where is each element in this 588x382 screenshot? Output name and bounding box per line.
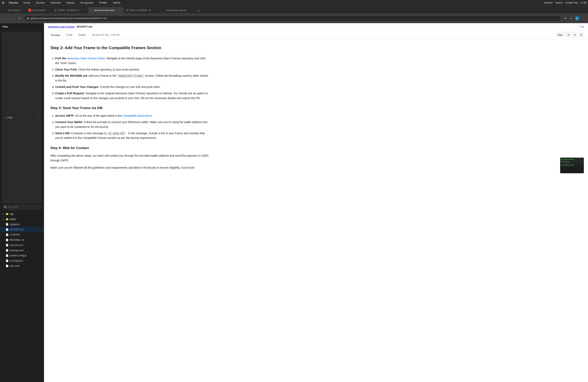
menu-duzenle[interactable]: Düzenle xyxy=(35,1,46,5)
search-input[interactable] xyxy=(8,206,40,209)
bookmark-icon[interactable]: ★ xyxy=(569,16,574,21)
menu-goruntule[interactable]: Görüntüle xyxy=(49,1,62,5)
file-icon-nextenv: 📄 xyxy=(6,244,9,247)
step2-item-3: Modify the README.md: Add your Frame to … xyxy=(55,74,210,83)
awesome-open-frames-repo-link[interactable]: Awesome-Open-Frames Repo xyxy=(67,57,105,60)
sidebar-item-gitignore[interactable]: 📄 .gitignore xyxy=(0,222,44,227)
compatible-applications-link[interactable]: Compatible Applications xyxy=(122,114,152,117)
menubar-right: Pencere Yardım 24 Mart Paz 17:58 xyxy=(544,1,587,4)
menu-gecmis[interactable]: Geçmiş xyxy=(65,1,76,5)
content-wrapper: Step 2: Add Your Frame to the Compatible… xyxy=(44,39,588,177)
menu-profiller[interactable]: Profiller xyxy=(98,1,109,5)
profile-icon[interactable]: E xyxy=(575,16,580,21)
menu-yardim[interactable]: Yardım xyxy=(555,1,563,4)
tab-favicon-gh1: ● xyxy=(54,9,57,12)
tab-close-new[interactable]: × xyxy=(21,9,24,12)
menu-pencere[interactable]: Pencere xyxy=(544,1,553,4)
step2-heading: Step 2: Add Your Frame to the Compatible… xyxy=(50,44,210,53)
tab-awesome-open-frames[interactable]: ● awesome-open-frames/BC... × xyxy=(88,7,124,13)
menu-dosya[interactable]: Dosya xyxy=(22,1,31,5)
branch-selector[interactable]: ⎇ main ▾ xyxy=(2,32,42,203)
search-box[interactable]: 🔍 xyxy=(2,205,42,210)
view-tab-actions: Raw ⧉ ⬇ ☰ xyxy=(556,32,584,38)
thumbnail-inner xyxy=(560,158,584,173)
thumb-line-1 xyxy=(561,158,583,159)
download-button[interactable]: ⬇ xyxy=(572,32,578,38)
top-link[interactable]: ↑ Top xyxy=(578,25,584,28)
thumb-line-8 xyxy=(561,164,583,164)
tab-close-active[interactable]: × xyxy=(119,9,121,12)
thumb-line-4 xyxy=(561,161,583,161)
step4-paragraph-1: After completing the above steps, our te… xyxy=(50,153,210,163)
tab-label-macbook: macbook ss nasıl alınır - G... xyxy=(166,9,189,11)
step2-item3-code: Compatible Frames xyxy=(117,74,144,78)
sidebar-item-app[interactable]: ▶ 📁 app xyxy=(0,211,44,217)
sidebar-item-yarn[interactable]: 📄 yarn.lock xyxy=(0,263,44,268)
tab-github-emirhan[interactable]: ● GitHub - Emirhan-Cavusc... × xyxy=(52,7,88,13)
address-bar: ‹ › ↻ 🔒 github.com/open-frames/awesome-o… xyxy=(0,14,588,23)
extensions-icon[interactable]: ⊞ xyxy=(563,16,567,21)
tab-label-conversation: Conversation xyxy=(32,9,45,11)
step3-heading: Step 3: Send Your Frame via DM xyxy=(50,105,210,111)
chrome-menu[interactable]: Chrome xyxy=(8,1,19,5)
step3-item3-bold: Send a DM xyxy=(55,132,70,135)
file-label-license: LICENSE xyxy=(10,233,20,236)
file-label-gitignore: .gitignore xyxy=(10,223,20,226)
file-icon-prettier: 📄 xyxy=(6,254,9,257)
menubar-time: 17:58 xyxy=(580,1,587,4)
sidebar-item-readme[interactable]: 📄 README.md xyxy=(0,237,44,243)
menu-sekme[interactable]: Sekme xyxy=(112,1,121,5)
breadcrumb-separator: / xyxy=(75,25,76,28)
step3-item1-bold: Access XMTP xyxy=(55,114,74,117)
tab-blame[interactable]: Blame xyxy=(75,32,89,38)
thumb-line-3 xyxy=(561,160,570,160)
sidebar-item-public[interactable]: ▶ 📁 public xyxy=(0,217,44,222)
top-label: Top xyxy=(580,25,584,28)
sidebar-item-package[interactable]: 📄 package.json xyxy=(0,248,44,253)
menu-bar: ⌘ Chrome Dosya Düzenle Görüntüle Geçmiş … xyxy=(0,0,588,6)
file-icon-package: 📄 xyxy=(6,249,9,252)
thumb-line-6 xyxy=(561,162,583,163)
step3-item-3: Send a DM: Compose a new message to hi.x… xyxy=(55,131,210,141)
step3-item2-bold: Connect Your Wallet xyxy=(55,120,82,124)
menu-icon[interactable]: ⋮ xyxy=(581,16,586,21)
sidebar-item-prettier[interactable]: 📄 prettier.config.js xyxy=(0,253,44,258)
tab-label-signin: Sign in to GitHub · GitHub xyxy=(130,9,153,11)
addressbar-actions: ⊞ ★ E ⋮ xyxy=(563,16,586,21)
list-button[interactable]: ☰ xyxy=(578,32,584,38)
step2-item-5: Create a Pull Request: Navigate to the o… xyxy=(55,91,210,101)
tab-close-gh1[interactable]: × xyxy=(83,9,85,12)
raw-button[interactable]: Raw xyxy=(556,33,565,37)
tab-conversation[interactable]: Conversation × xyxy=(26,7,52,13)
tab-sign-in[interactable]: ● Sign in to GitHub · GitHub × xyxy=(124,7,160,13)
branch-chevron-icon: ▾ xyxy=(39,116,40,118)
back-button[interactable]: ‹ xyxy=(2,16,8,21)
tab-close-macbook[interactable]: × xyxy=(190,9,193,12)
sidebar-item-tsconfig[interactable]: 📄 tsconfig.json xyxy=(0,258,44,263)
folder-icon-app: 📁 xyxy=(6,212,9,215)
search-icon: 🔍 xyxy=(4,206,7,209)
new-tab-button[interactable]: + xyxy=(196,8,201,13)
sidebar-item-bounty[interactable]: 📄 BOUNTY.md xyxy=(0,227,44,232)
sidebar-item-next-env[interactable]: 📄 next-env.d.ts xyxy=(0,243,44,248)
tab-close-signin[interactable]: × xyxy=(155,9,157,12)
tab-close-conversation[interactable]: × xyxy=(47,9,49,12)
file-label-package: package.json xyxy=(10,249,24,252)
apple-menu[interactable]: ⌘ xyxy=(1,1,4,4)
tab-preview[interactable]: Preview xyxy=(48,32,63,38)
forward-button[interactable]: › xyxy=(10,16,15,21)
tab-new-sekme[interactable]: Yeni Sekme × xyxy=(1,7,26,13)
branch-name: main xyxy=(7,116,13,119)
menu-yer-isaretleri[interactable]: Yer İşaretleri xyxy=(79,1,95,5)
page-thumbnail xyxy=(560,157,584,173)
file-label-readme: README.md xyxy=(10,239,24,241)
sidebar-item-license[interactable]: 📄 LICENSE xyxy=(0,232,44,237)
copy-button[interactable]: ⧉ xyxy=(566,32,571,38)
tab-macbook[interactable]: macbook ss nasıl alınır - G... × xyxy=(160,7,196,13)
reload-button[interactable]: ↻ xyxy=(17,16,22,21)
step2-item5-bold: Create a Pull Request xyxy=(55,92,84,95)
url-bar[interactable]: 🔒 github.com/open-frames/awesome-open-fr… xyxy=(24,15,561,21)
sidebar-title: Files xyxy=(2,25,8,28)
breadcrumb-repo-link[interactable]: awesome-open-frames xyxy=(48,25,75,28)
tab-code[interactable]: Code xyxy=(63,32,75,38)
